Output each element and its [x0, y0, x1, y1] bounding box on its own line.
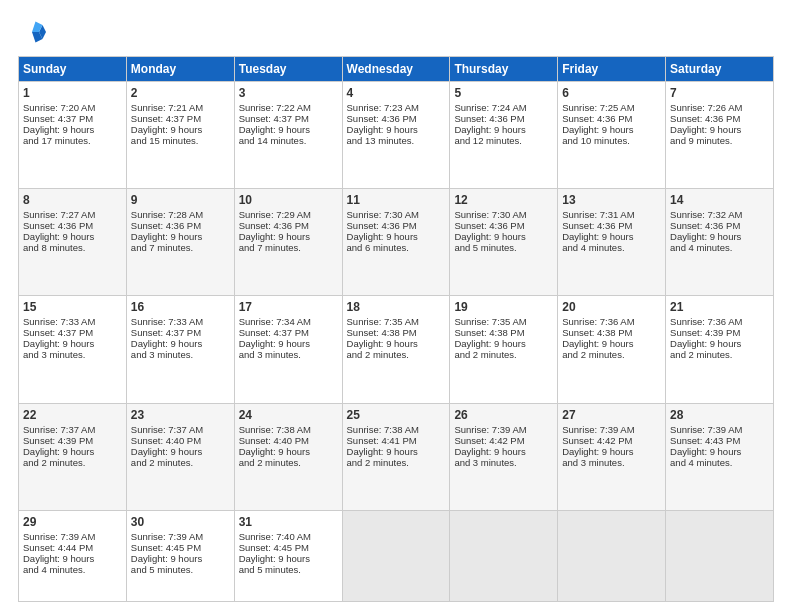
cell-detail: Sunrise: 7:28 AM — [131, 209, 230, 220]
cell-detail: Daylight: 9 hours — [347, 446, 446, 457]
calendar-cell — [450, 510, 558, 601]
cell-detail: Daylight: 9 hours — [347, 231, 446, 242]
cell-detail: Sunset: 4:39 PM — [23, 435, 122, 446]
weekday-header-thursday: Thursday — [450, 57, 558, 82]
cell-detail: and 2 minutes. — [23, 457, 122, 468]
cell-detail: and 2 minutes. — [670, 349, 769, 360]
day-number: 27 — [562, 408, 661, 422]
cell-detail: and 8 minutes. — [23, 242, 122, 253]
cell-detail: Sunrise: 7:40 AM — [239, 531, 338, 542]
day-number: 30 — [131, 515, 230, 529]
cell-detail: and 5 minutes. — [239, 564, 338, 575]
calendar-cell — [558, 510, 666, 601]
day-number: 1 — [23, 86, 122, 100]
cell-detail: Sunrise: 7:39 AM — [131, 531, 230, 542]
day-number: 25 — [347, 408, 446, 422]
cell-detail: Daylight: 9 hours — [239, 231, 338, 242]
cell-detail: Sunrise: 7:21 AM — [131, 102, 230, 113]
logo — [18, 18, 48, 46]
calendar-cell: 6Sunrise: 7:25 AMSunset: 4:36 PMDaylight… — [558, 82, 666, 189]
calendar-cell: 15Sunrise: 7:33 AMSunset: 4:37 PMDayligh… — [19, 296, 127, 403]
cell-detail: Sunset: 4:36 PM — [562, 113, 661, 124]
calendar-cell: 24Sunrise: 7:38 AMSunset: 4:40 PMDayligh… — [234, 403, 342, 510]
cell-detail: Sunrise: 7:30 AM — [347, 209, 446, 220]
cell-detail: and 3 minutes. — [454, 457, 553, 468]
cell-detail: Sunrise: 7:39 AM — [670, 424, 769, 435]
calendar-cell: 31Sunrise: 7:40 AMSunset: 4:45 PMDayligh… — [234, 510, 342, 601]
day-number: 6 — [562, 86, 661, 100]
cell-detail: Sunrise: 7:36 AM — [562, 316, 661, 327]
cell-detail: Sunset: 4:36 PM — [347, 113, 446, 124]
cell-detail: Daylight: 9 hours — [131, 446, 230, 457]
cell-detail: and 3 minutes. — [239, 349, 338, 360]
cell-detail: Sunrise: 7:22 AM — [239, 102, 338, 113]
calendar-cell: 5Sunrise: 7:24 AMSunset: 4:36 PMDaylight… — [450, 82, 558, 189]
calendar-cell: 19Sunrise: 7:35 AMSunset: 4:38 PMDayligh… — [450, 296, 558, 403]
calendar-cell: 18Sunrise: 7:35 AMSunset: 4:38 PMDayligh… — [342, 296, 450, 403]
cell-detail: Sunset: 4:37 PM — [239, 113, 338, 124]
cell-detail: and 2 minutes. — [454, 349, 553, 360]
calendar: SundayMondayTuesdayWednesdayThursdayFrid… — [18, 56, 774, 602]
calendar-cell: 3Sunrise: 7:22 AMSunset: 4:37 PMDaylight… — [234, 82, 342, 189]
cell-detail: Sunset: 4:37 PM — [131, 327, 230, 338]
cell-detail: and 3 minutes. — [131, 349, 230, 360]
weekday-header-sunday: Sunday — [19, 57, 127, 82]
cell-detail: and 13 minutes. — [347, 135, 446, 146]
cell-detail: Sunset: 4:40 PM — [239, 435, 338, 446]
cell-detail: Sunrise: 7:33 AM — [131, 316, 230, 327]
calendar-cell: 11Sunrise: 7:30 AMSunset: 4:36 PMDayligh… — [342, 189, 450, 296]
day-number: 19 — [454, 300, 553, 314]
day-number: 13 — [562, 193, 661, 207]
cell-detail: Daylight: 9 hours — [23, 231, 122, 242]
calendar-cell: 27Sunrise: 7:39 AMSunset: 4:42 PMDayligh… — [558, 403, 666, 510]
cell-detail: Sunrise: 7:29 AM — [239, 209, 338, 220]
day-number: 18 — [347, 300, 446, 314]
cell-detail: Daylight: 9 hours — [23, 124, 122, 135]
cell-detail: Daylight: 9 hours — [562, 124, 661, 135]
cell-detail: Sunset: 4:44 PM — [23, 542, 122, 553]
cell-detail: Sunset: 4:41 PM — [347, 435, 446, 446]
calendar-cell: 22Sunrise: 7:37 AMSunset: 4:39 PMDayligh… — [19, 403, 127, 510]
cell-detail: Sunrise: 7:27 AM — [23, 209, 122, 220]
cell-detail: Daylight: 9 hours — [562, 338, 661, 349]
day-number: 8 — [23, 193, 122, 207]
cell-detail: Sunset: 4:37 PM — [239, 327, 338, 338]
cell-detail: Daylight: 9 hours — [131, 553, 230, 564]
cell-detail: Daylight: 9 hours — [454, 338, 553, 349]
cell-detail: and 4 minutes. — [670, 242, 769, 253]
calendar-cell: 2Sunrise: 7:21 AMSunset: 4:37 PMDaylight… — [126, 82, 234, 189]
cell-detail: Sunrise: 7:34 AM — [239, 316, 338, 327]
calendar-cell: 14Sunrise: 7:32 AMSunset: 4:36 PMDayligh… — [666, 189, 774, 296]
day-number: 9 — [131, 193, 230, 207]
calendar-cell: 7Sunrise: 7:26 AMSunset: 4:36 PMDaylight… — [666, 82, 774, 189]
calendar-cell: 9Sunrise: 7:28 AMSunset: 4:36 PMDaylight… — [126, 189, 234, 296]
cell-detail: Daylight: 9 hours — [454, 231, 553, 242]
day-number: 12 — [454, 193, 553, 207]
calendar-cell: 30Sunrise: 7:39 AMSunset: 4:45 PMDayligh… — [126, 510, 234, 601]
cell-detail: Sunset: 4:36 PM — [454, 220, 553, 231]
day-number: 7 — [670, 86, 769, 100]
day-number: 28 — [670, 408, 769, 422]
cell-detail: Sunset: 4:42 PM — [562, 435, 661, 446]
cell-detail: Sunrise: 7:25 AM — [562, 102, 661, 113]
cell-detail: Sunset: 4:36 PM — [670, 113, 769, 124]
day-number: 29 — [23, 515, 122, 529]
cell-detail: Sunrise: 7:38 AM — [347, 424, 446, 435]
cell-detail: Sunset: 4:42 PM — [454, 435, 553, 446]
cell-detail: and 7 minutes. — [131, 242, 230, 253]
cell-detail: Sunset: 4:37 PM — [23, 113, 122, 124]
cell-detail: and 2 minutes. — [239, 457, 338, 468]
header — [18, 18, 774, 46]
cell-detail: Sunrise: 7:33 AM — [23, 316, 122, 327]
day-number: 21 — [670, 300, 769, 314]
cell-detail: Daylight: 9 hours — [239, 338, 338, 349]
cell-detail: Sunrise: 7:23 AM — [347, 102, 446, 113]
day-number: 26 — [454, 408, 553, 422]
calendar-cell: 21Sunrise: 7:36 AMSunset: 4:39 PMDayligh… — [666, 296, 774, 403]
cell-detail: and 2 minutes. — [347, 349, 446, 360]
cell-detail: Sunset: 4:39 PM — [670, 327, 769, 338]
cell-detail: Sunset: 4:45 PM — [131, 542, 230, 553]
cell-detail: Daylight: 9 hours — [347, 338, 446, 349]
day-number: 22 — [23, 408, 122, 422]
cell-detail: Sunset: 4:36 PM — [670, 220, 769, 231]
